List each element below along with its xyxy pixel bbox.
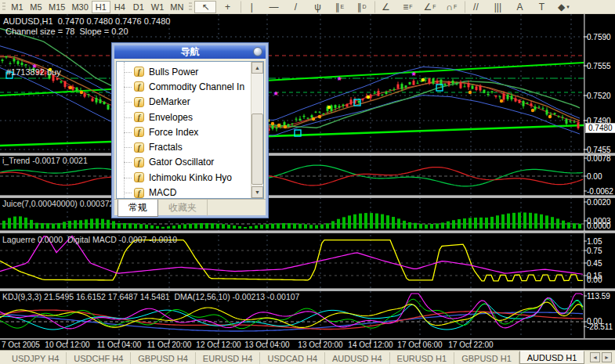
tab-scroll-right-icon[interactable]: ►	[602, 352, 612, 362]
indicator-f-icon: f	[134, 172, 144, 182]
navigator-item-label: DeMarker	[149, 96, 190, 107]
fibo-retracement-icon[interactable]: ≡F	[396, 1, 418, 13]
navigator-item[interactable]: fEnvelopes	[117, 110, 263, 124]
chart-tab-usdjpy-h4[interactable]: USDJPY H4	[5, 352, 67, 364]
timeframe-mn[interactable]: MN	[167, 1, 186, 13]
timeframe-m15[interactable]: M15	[45, 1, 68, 13]
chart-tab-gbpusd-h4[interactable]: GBPUSD H4	[131, 352, 196, 364]
indicator-f-icon: f	[134, 67, 144, 77]
chart-tab-usdcad-h4[interactable]: USDCAD H4	[260, 352, 325, 364]
timeframe-d1[interactable]: D1	[129, 1, 148, 13]
navigator-close-ball-icon[interactable]	[253, 47, 262, 56]
navigator-titlebar[interactable]: 导航	[114, 45, 266, 59]
chart-tab-gbpusd-h1[interactable]: GBPUSD H1	[454, 352, 519, 364]
timeframe-m5[interactable]: M5	[27, 1, 45, 13]
navigator-window: 导航 fBulls PowerfCommodity Channel InfDeM…	[112, 43, 268, 218]
indicator-f-icon: f	[134, 127, 144, 137]
indicator-f-icon: f	[134, 97, 144, 107]
chart-tab-usdchf-h4[interactable]: USDCHF H4	[67, 352, 131, 364]
navigator-item[interactable]: fMACD	[117, 185, 263, 199]
text-icon[interactable]: A	[508, 1, 530, 13]
gann-grid-icon[interactable]: //	[465, 1, 487, 13]
timeframe-toolbar: M1M5M15M30H1H4D1W1MN	[8, 0, 186, 14]
navigator-tabs: 常规收藏夹	[114, 199, 266, 215]
fibo-arcs-icon[interactable]: ∩F	[440, 1, 462, 13]
navigator-item[interactable]: fForce Index	[117, 124, 263, 139]
scroll-down-icon[interactable]: ▼	[251, 186, 263, 198]
navigator-item[interactable]: fIchimoku Kinko Hyo	[117, 170, 263, 185]
navigator-item[interactable]: fDeMarker	[117, 95, 263, 110]
scroll-thumb[interactable]	[251, 114, 263, 184]
cycle-lines-icon[interactable]: |||	[487, 1, 508, 13]
navigator-item-label: Gator Oscillator	[149, 157, 214, 168]
mt4-terminal: M1M5M15M30H1H4D1W1MN ↖+|—/ψ∥E∥D∠≡F∠F∩F//…	[0, 0, 615, 364]
indicator-f-icon: f	[134, 81, 144, 92]
chart-area[interactable]: **** AUDUSD,H1 0.7470 0.7480 0.7476 0.74…	[0, 14, 615, 350]
arrow-tools-icon[interactable]: ◆▾	[552, 1, 574, 13]
andrews-pitchfork-icon[interactable]: ψ	[306, 1, 328, 13]
chart-canvas[interactable]: ****	[0, 14, 615, 350]
indicator-f-icon: f	[134, 157, 144, 168]
timeframe-h4[interactable]: H4	[110, 1, 129, 13]
tab-scrollers: ◄ ►	[590, 352, 615, 364]
navigator-item[interactable]: fFractals	[117, 139, 263, 154]
gann-fan-icon[interactable]: ∠	[374, 1, 396, 13]
navigator-item[interactable]: fBulls Power	[117, 64, 263, 79]
navigator-item-label: Force Index	[149, 127, 198, 138]
timeframe-m30[interactable]: M30	[68, 1, 91, 13]
navigator-list: fBulls PowerfCommodity Channel InfDeMark…	[116, 61, 264, 199]
chart-tab-eurusd-h1[interactable]: EURUSD H1	[390, 352, 455, 364]
navigator-item-label: Fractals	[149, 142, 183, 153]
indicator-f-icon: f	[134, 188, 144, 198]
navigator-item-label: Envelopes	[149, 112, 193, 123]
navigator-item[interactable]: fCommodity Channel In	[117, 79, 263, 94]
text-label-icon[interactable]: T	[530, 1, 552, 13]
indicator-f-icon: f	[134, 112, 144, 122]
drawing-toolbar: ↖+|—/ψ∥E∥D∠≡F∠F∩F//|||AT◆▾	[194, 0, 574, 14]
navigator-item-label: MACD	[149, 187, 176, 198]
horizontal-line-icon[interactable]: —	[262, 1, 284, 13]
navigator-item-label: Ichimoku Kinko Hyo	[149, 172, 232, 183]
chart-tab-audusd-h4[interactable]: AUDUSD H4	[325, 352, 390, 364]
chart-tab-audusd-h1[interactable]: AUDUSD H1	[519, 351, 585, 364]
stddev-channel-icon[interactable]: ∥D	[350, 1, 372, 13]
navigator-scrollbar[interactable]: ▲ ▼	[251, 62, 263, 198]
navigator-item-label: Commodity Channel In	[149, 81, 244, 92]
chart-tab-eurusd-h4[interactable]: EURUSD H4	[196, 352, 261, 364]
toolbar-grip[interactable]	[2, 2, 5, 12]
trendline-icon[interactable]: /	[284, 1, 306, 13]
navigator-tab-favorites[interactable]: 收藏夹	[158, 200, 208, 216]
scroll-up-icon[interactable]: ▲	[251, 62, 263, 74]
timeframe-h1[interactable]: H1	[92, 1, 110, 13]
indicator-f-icon: f	[134, 142, 144, 153]
navigator-title: 导航	[181, 46, 200, 57]
timeframe-w1[interactable]: W1	[148, 1, 168, 13]
fibo-fan-icon[interactable]: ∠F	[418, 1, 440, 13]
tab-scroll-left-icon[interactable]: ◄	[590, 352, 600, 362]
crosshair-icon[interactable]: +	[216, 1, 238, 13]
navigator-item-label: Bulls Power	[149, 67, 198, 77]
navigator-tab-common[interactable]: 常规	[118, 200, 158, 217]
chart-tabs: USDJPY H4USDCHF H4GBPUSD H4EURUSD H4USDC…	[0, 351, 584, 364]
vertical-line-icon[interactable]: |	[241, 1, 262, 13]
cursor-icon[interactable]: ↖	[194, 1, 216, 13]
navigator-item[interactable]: fGator Oscillator	[117, 155, 263, 170]
toolbar-grip-2[interactable]	[189, 2, 192, 12]
equidistant-channel-icon[interactable]: ∥E	[328, 1, 350, 13]
chart-tabs-bar: USDJPY H4USDCHF H4GBPUSD H4EURUSD H4USDC…	[0, 350, 615, 364]
timeframe-m1[interactable]: M1	[8, 1, 27, 13]
top-toolbar: M1M5M15M30H1H4D1W1MN ↖+|—/ψ∥E∥D∠≡F∠F∩F//…	[0, 0, 615, 14]
